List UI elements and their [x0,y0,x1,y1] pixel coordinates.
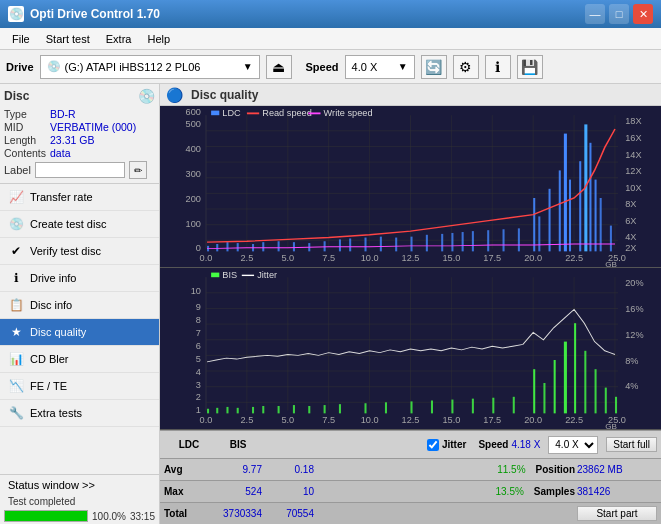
sidebar-item-fe-te[interactable]: 📉 FE / TE [0,373,159,400]
svg-rect-165 [584,351,586,414]
avg-jitter: 11.5% [497,464,525,475]
label-input[interactable] [35,162,125,178]
sidebar-item-cd-bler[interactable]: 📊 CD Bler [0,346,159,373]
sidebar-item-drive-info[interactable]: ℹ Drive info [0,265,159,292]
max-ldc: 524 [202,486,262,497]
svg-text:0.0: 0.0 [200,415,213,424]
refresh-button[interactable]: 🔄 [421,55,447,79]
sidebar-item-create-test-disc[interactable]: 💿 Create test disc [0,211,159,238]
svg-rect-154 [411,401,413,413]
sidebar-item-extra-tests[interactable]: 🔧 Extra tests [0,400,159,427]
svg-text:15.0: 15.0 [442,415,460,424]
speed-selector[interactable]: 4.0 X ▼ [345,55,415,79]
svg-text:10: 10 [191,286,201,295]
disc-info-label: Disc info [30,299,72,311]
svg-rect-83 [569,180,571,252]
svg-rect-63 [324,241,326,251]
info-button[interactable]: ℹ [485,55,511,79]
title-bar: 💿 Opti Drive Control 1.70 — □ ✕ [0,0,661,28]
max-jitter: 13.5% [496,486,524,497]
svg-text:GB: GB [605,260,617,267]
svg-text:22.5: 22.5 [565,415,583,424]
svg-text:10X: 10X [625,183,642,192]
nav-items: 📈 Transfer rate 💿 Create test disc ✔ Ver… [0,184,159,474]
status-window-button[interactable]: Status window >> [4,477,155,493]
save-button[interactable]: 💾 [517,55,543,79]
action-buttons: Start full [606,437,657,452]
sidebar-item-transfer-rate[interactable]: 📈 Transfer rate [0,184,159,211]
contents-key: Contents [4,147,46,159]
start-part-button[interactable]: Start part [577,506,657,521]
svg-rect-73 [462,232,464,251]
status-text: Test completed [4,495,79,508]
avg-bis: 0.18 [264,464,314,475]
stats-row-max: Max 524 10 13.5% Samples 381426 [160,480,661,502]
eject-button[interactable]: ⏏ [266,55,292,79]
svg-text:5.0: 5.0 [281,253,294,262]
svg-rect-78 [533,198,535,251]
drive-label: Drive [6,61,34,73]
svg-text:3: 3 [196,380,201,389]
svg-text:1: 1 [196,406,201,415]
drive-selector[interactable]: 💿 (G:) ATAPI iHBS112 2 PL06 ▼ [40,55,260,79]
svg-text:7.5: 7.5 [322,253,335,262]
start-full-button[interactable]: Start full [606,437,657,452]
svg-text:100: 100 [186,219,201,228]
menu-file[interactable]: File [4,31,38,47]
jitter-checkbox[interactable] [427,439,439,451]
settings-button[interactable]: ⚙ [453,55,479,79]
ldc-header: LDC [179,439,200,450]
svg-rect-157 [472,399,474,414]
svg-rect-149 [308,406,310,413]
svg-rect-61 [293,242,295,251]
close-button[interactable]: ✕ [633,4,653,24]
speed-stat-label: Speed [478,439,508,450]
svg-rect-86 [589,143,591,252]
label-key: Label [4,164,31,176]
menu-extra[interactable]: Extra [98,31,140,47]
status-window-label: Status window >> [8,479,95,491]
svg-rect-89 [610,226,612,252]
svg-text:0: 0 [196,244,201,253]
menu-start-test[interactable]: Start test [38,31,98,47]
app-icon: 💿 [8,6,24,22]
svg-text:20.0: 20.0 [524,253,542,262]
svg-text:12X: 12X [625,167,642,176]
minimize-button[interactable]: — [585,4,605,24]
maximize-button[interactable]: □ [609,4,629,24]
svg-rect-72 [451,233,453,251]
length-val: 23.31 GB [50,134,155,146]
sidebar: Disc 💿 Type BD-R MID VERBATIMe (000) Len… [0,84,160,524]
sidebar-item-disc-info[interactable]: 📋 Disc info [0,292,159,319]
create-test-disc-label: Create test disc [30,218,106,230]
svg-text:7: 7 [196,329,201,338]
label-edit-button[interactable]: ✏ [129,161,147,179]
svg-rect-64 [339,239,341,251]
speed-label: Speed [306,61,339,73]
top-chart-panel: 0 100 200 300 400 500 600 18X 16X 14X 12… [160,106,661,268]
svg-rect-160 [533,369,535,413]
transfer-rate-label: Transfer rate [30,191,93,203]
menu-help[interactable]: Help [139,31,178,47]
svg-text:200: 200 [186,194,201,203]
svg-text:17.5: 17.5 [483,253,501,262]
svg-text:22.5: 22.5 [565,253,583,262]
svg-rect-80 [549,189,551,252]
svg-rect-144 [237,408,239,414]
svg-rect-74 [472,231,474,251]
top-chart-svg: 0 100 200 300 400 500 600 18X 16X 14X 12… [160,106,661,267]
speed-select[interactable]: 4.0 X 2.0 X 8.0 X [548,436,598,454]
sidebar-item-verify-test-disc[interactable]: ✔ Verify test disc [0,238,159,265]
speed-select-container: 4.0 X 2.0 X 8.0 X [548,436,598,454]
svg-rect-148 [293,405,295,413]
svg-text:8: 8 [196,316,201,325]
sidebar-item-disc-quality[interactable]: ★ Disc quality [0,319,159,346]
verify-test-disc-label: Verify test disc [30,245,101,257]
disc-info-icon: 📋 [8,297,24,313]
svg-text:BIS: BIS [222,271,237,280]
svg-rect-163 [564,342,567,414]
total-label: Total [164,508,200,519]
svg-rect-162 [554,360,556,413]
svg-text:LDC: LDC [222,109,240,118]
toolbar: Drive 💿 (G:) ATAPI iHBS112 2 PL06 ▼ ⏏ Sp… [0,50,661,84]
